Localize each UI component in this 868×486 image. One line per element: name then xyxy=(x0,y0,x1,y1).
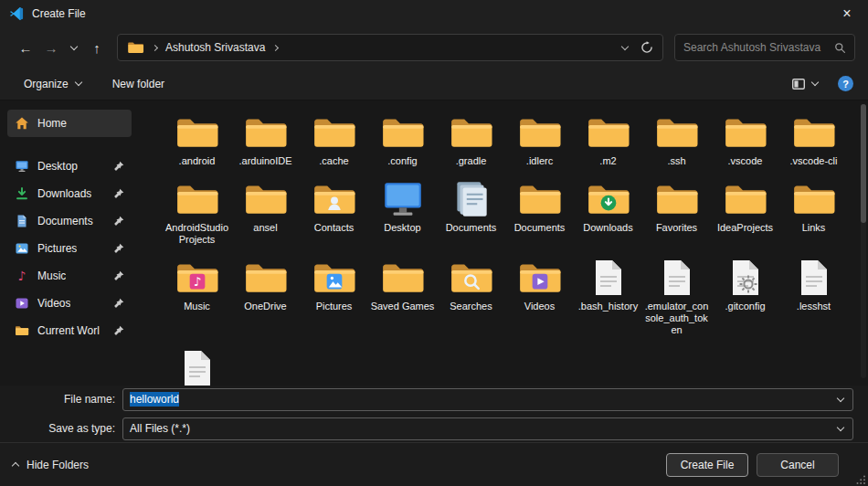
file-item-lesshst[interactable]: .lesshst xyxy=(779,255,848,336)
file-item-label: ansel xyxy=(253,222,277,234)
breadcrumb-chevron-icon[interactable] xyxy=(153,46,157,50)
documents-icon xyxy=(15,214,29,228)
file-grid: .android .arduinoIDE .cache .config .gra… xyxy=(163,110,868,386)
sidebar-item-current-worl[interactable]: Current Worl xyxy=(7,317,132,344)
file-item-unnamed[interactable] xyxy=(163,345,231,386)
file-item-label: Contacts xyxy=(314,222,354,234)
file-item-gitconfig[interactable]: .gitconfig xyxy=(711,255,779,336)
folder-contacts-icon xyxy=(312,176,357,218)
folder-icon xyxy=(586,110,631,152)
file-item-config[interactable]: .config xyxy=(368,110,437,167)
file-item-videos[interactable]: Videos xyxy=(505,255,574,336)
help-icon: ? xyxy=(842,79,849,90)
breadcrumb-segment[interactable]: Ashutosh Srivastava xyxy=(165,41,265,54)
create-file-dialog: { "window": { "title": "Create File" }, … xyxy=(0,0,868,486)
file-item-arduinoide[interactable]: .arduinoIDE xyxy=(231,110,300,167)
change-view-button[interactable] xyxy=(791,77,818,91)
file-item-music[interactable]: ♪ Music xyxy=(163,255,231,336)
pictures-icon xyxy=(15,241,29,256)
chevron-down-icon xyxy=(70,42,78,49)
file-item-ideaprojects[interactable]: IdeaProjects xyxy=(711,176,779,246)
breadcrumb-chevron-icon[interactable] xyxy=(273,46,278,50)
folder-icon xyxy=(312,110,357,152)
file-item-label: .emulator_console_auth_token xyxy=(643,301,710,336)
file-name-value: helloworld xyxy=(130,392,179,407)
sidebar-item-documents[interactable]: Documents xyxy=(7,207,132,235)
file-item-vscode[interactable]: .vscode xyxy=(711,110,779,167)
up-button[interactable]: ↑ xyxy=(84,35,110,60)
file-item-bash-history[interactable]: .bash_history xyxy=(574,255,642,336)
file-item-onedrive[interactable]: OneDrive xyxy=(231,255,300,336)
address-bar[interactable]: Ashutosh Srivastava xyxy=(117,34,663,61)
file-item-m2[interactable]: .m2 xyxy=(574,110,642,167)
file-item-contacts[interactable]: Contacts xyxy=(300,176,368,246)
sidebar-item-desktop[interactable]: Desktop xyxy=(7,153,132,180)
file-item-ssh[interactable]: .ssh xyxy=(642,110,711,167)
vertical-scrollbar[interactable] xyxy=(861,104,866,378)
file-item-documents[interactable]: Documents xyxy=(505,176,574,246)
scrollbar-thumb[interactable] xyxy=(861,104,866,223)
new-folder-button[interactable]: New folder xyxy=(103,73,174,95)
forward-button[interactable]: → xyxy=(38,35,64,60)
search-input[interactable] xyxy=(683,41,834,54)
refresh-icon[interactable] xyxy=(640,41,653,54)
file-item-saved-games[interactable]: Saved Games xyxy=(368,255,437,336)
sidebar-item-pictures[interactable]: Pictures xyxy=(7,235,132,262)
file-item-androidstudioprojects[interactable]: AndroidStudioProjects xyxy=(163,176,231,246)
file-name-input[interactable]: helloworld xyxy=(122,388,853,411)
save-as-type-select[interactable]: All Files (*.*) xyxy=(122,417,853,440)
file-item-android[interactable]: .android xyxy=(163,110,231,167)
sidebar-item-downloads[interactable]: Downloads xyxy=(7,180,132,207)
desktop-icon xyxy=(15,159,29,174)
sidebar-item-videos[interactable]: Videos xyxy=(7,290,132,317)
file-item-label: .gradle xyxy=(456,155,487,167)
file-item-label: Documents xyxy=(446,222,497,234)
cancel-button[interactable]: Cancel xyxy=(757,453,839,477)
file-item-label: .idlerc xyxy=(526,155,553,167)
folder-icon xyxy=(15,323,29,338)
up-icon: ↑ xyxy=(93,40,101,56)
file-item-gradle[interactable]: .gradle xyxy=(437,110,505,167)
resize-grip[interactable] xyxy=(855,474,866,485)
address-dropdown-icon[interactable] xyxy=(622,47,628,49)
hide-folders-button[interactable]: Hide Folders xyxy=(13,459,89,471)
file-item-pictures[interactable]: Pictures xyxy=(300,255,368,336)
back-button[interactable]: ← xyxy=(13,35,38,60)
file-item-cache[interactable]: .cache xyxy=(300,110,368,167)
file-list-pane: .android .arduinoIDE .cache .config .gra… xyxy=(137,100,868,386)
file-item-searches[interactable]: Searches xyxy=(437,255,505,336)
file-item-ansel[interactable]: ansel xyxy=(231,176,300,246)
file-item-label: OneDrive xyxy=(244,301,286,312)
sidebar-item-label: Desktop xyxy=(37,160,78,173)
folder-icon xyxy=(380,110,426,152)
search-box[interactable] xyxy=(674,34,855,61)
dialog-footer: Hide Folders Create File Cancel xyxy=(0,442,868,486)
file-item-documents[interactable]: Documents xyxy=(437,176,505,246)
hide-folders-label: Hide Folders xyxy=(26,459,89,471)
file-item-label: Desktop xyxy=(384,222,420,234)
main-area: Home Desktop Downloads Documents Picture… xyxy=(0,100,868,386)
sidebar-item-home[interactable]: Home xyxy=(7,110,132,137)
svg-text:♪: ♪ xyxy=(193,274,201,289)
file-item-idlerc[interactable]: .idlerc xyxy=(505,110,574,167)
folder-icon xyxy=(791,110,837,152)
file-item-favorites[interactable]: Favorites xyxy=(642,176,711,246)
folder-searches-icon xyxy=(449,255,494,297)
sidebar-item-music[interactable]: ♪ Music xyxy=(7,262,132,290)
file-item-desktop[interactable]: Desktop xyxy=(368,176,437,246)
downloads-icon xyxy=(15,186,29,201)
file-item-links[interactable]: Links xyxy=(779,176,848,246)
videos-icon xyxy=(15,296,29,311)
create-file-button[interactable]: Create File xyxy=(666,453,748,477)
recent-locations-button[interactable] xyxy=(64,35,84,60)
close-button[interactable]: × xyxy=(826,0,868,27)
file-item-emulator-console-auth-token[interactable]: .emulator_console_auth_token xyxy=(642,255,711,336)
file-name-section: File name: helloworld Save as type: All … xyxy=(0,386,868,442)
pin-icon xyxy=(113,298,124,309)
organize-button[interactable]: Organize xyxy=(15,73,90,95)
back-icon: ← xyxy=(19,40,33,56)
file-item-vscode-cli[interactable]: .vscode-cli xyxy=(779,110,848,167)
help-button[interactable]: ? xyxy=(838,76,853,91)
pin-icon xyxy=(113,216,124,227)
file-item-downloads[interactable]: Downloads xyxy=(574,176,642,246)
